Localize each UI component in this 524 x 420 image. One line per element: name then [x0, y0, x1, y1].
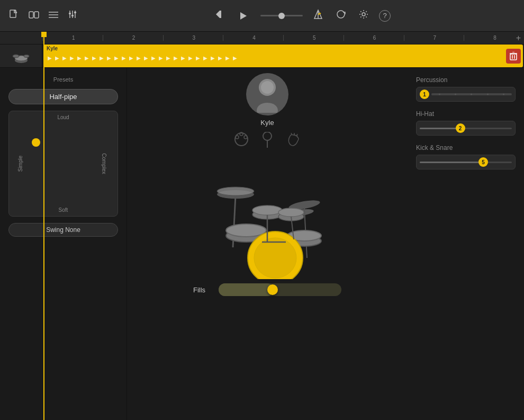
percussion-section: Percussion 1: [416, 76, 516, 102]
percussion-slider[interactable]: 1: [416, 87, 516, 102]
add-track-button[interactable]: +: [516, 33, 521, 43]
fills-slider-fill: [219, 283, 274, 296]
hihat-label: Hi-Hat: [416, 110, 516, 118]
track-area: Kyle ▶ ▶ ▶ ▶ ▶ ▶ ▶ ▶ ▶ ▶ ▶ ▶ ▶ ▶ ▶ ▶ ▶ ▶…: [0, 44, 524, 68]
pattern-marker: ▶: [144, 55, 148, 61]
svg-point-56: [278, 208, 304, 217]
pattern-marker: ▶: [174, 55, 178, 61]
pattern-marker: ▶: [129, 55, 133, 61]
center-panel: Kyle: [127, 68, 408, 420]
pattern-marker: ▶: [196, 55, 200, 61]
pattern-marker: ▶: [137, 55, 141, 61]
pattern-marker: ▶: [100, 55, 104, 61]
help-icon[interactable]: ?: [379, 10, 391, 22]
rewind-icon[interactable]: [213, 7, 227, 24]
svg-rect-1: [29, 12, 33, 18]
percussion-label: Percussion: [416, 76, 516, 84]
svg-rect-10: [71, 15, 74, 16]
pattern-marker: ▶: [225, 55, 230, 61]
pattern-marker: ▶: [233, 55, 237, 61]
ruler-mark-2: 2: [103, 35, 163, 41]
pad-label-complex: Complex: [101, 153, 107, 174]
complexity-volume-pad[interactable]: Loud Soft Simple Complex: [8, 111, 118, 217]
clap-icon[interactable]: [286, 132, 301, 147]
svg-point-33: [236, 136, 239, 139]
new-file-icon[interactable]: [6, 7, 21, 24]
kicksnare-section: Kick & Snare 5: [416, 144, 516, 169]
volume-slider[interactable]: [260, 15, 303, 16]
pattern-marker: ▶: [48, 55, 52, 61]
ruler-marks: 1 2 3 4 5 6 7 8: [42, 35, 524, 41]
swing-button[interactable]: Swing None: [8, 223, 118, 237]
pattern-marker: ▶: [62, 55, 67, 61]
drummer-name-label: Kyle: [260, 119, 274, 127]
svg-rect-9: [69, 13, 71, 14]
drum-kit-visual[interactable]: [193, 152, 341, 279]
svg-point-32: [235, 133, 248, 146]
pattern-marker: ▶: [151, 55, 156, 61]
playhead-top: [41, 32, 47, 37]
preset-button[interactable]: Half-pipe: [8, 89, 118, 104]
pattern-marker: ▶: [188, 55, 193, 61]
fills-label: Fills: [193, 286, 212, 294]
drummer-avatar[interactable]: [246, 73, 288, 115]
toolbar-left: [6, 7, 79, 24]
svg-point-52: [254, 238, 296, 278]
loop-icon[interactable]: [26, 8, 41, 23]
toolbar-center: ?: [86, 7, 518, 24]
list-icon[interactable]: [47, 8, 60, 23]
ruler-mark-1: 1: [42, 35, 103, 41]
svg-rect-24: [510, 54, 517, 60]
svg-rect-2: [34, 12, 39, 18]
track-header: [0, 44, 42, 67]
pattern-marker: ▶: [218, 55, 222, 61]
drum-kit-icon: [12, 48, 31, 65]
instrument-icons: [234, 132, 301, 148]
tambourine-icon[interactable]: [234, 132, 249, 147]
play-button[interactable]: [235, 7, 252, 24]
cycle-icon[interactable]: [333, 7, 348, 24]
fills-slider[interactable]: [219, 283, 341, 296]
ruler-mark-5: 5: [283, 35, 344, 41]
svg-rect-13: [220, 11, 221, 18]
pattern-marker: ▶: [122, 55, 126, 61]
track-name-label: Kyle: [47, 46, 58, 51]
percussion-slider-track: [431, 93, 512, 95]
pattern-marker: ▶: [114, 55, 119, 61]
drummer-section: Kyle: [246, 73, 288, 127]
track-content[interactable]: Kyle ▶ ▶ ▶ ▶ ▶ ▶ ▶ ▶ ▶ ▶ ▶ ▶ ▶ ▶ ▶ ▶ ▶ ▶…: [43, 44, 523, 67]
kicksnare-slider-knob: 5: [478, 157, 488, 167]
hihat-slider[interactable]: 2: [416, 121, 516, 136]
metronome-icon[interactable]: [311, 7, 325, 24]
svg-point-19: [362, 13, 365, 16]
pad-label-loud: Loud: [57, 114, 69, 120]
main-content: Presets Half-pipe Loud Soft Simple Compl…: [0, 68, 524, 420]
playhead[interactable]: [43, 32, 44, 420]
svg-point-31: [261, 81, 274, 94]
pattern-marker: ▶: [85, 55, 89, 61]
pad-position-dot: [32, 138, 40, 147]
delete-track-button[interactable]: [506, 49, 521, 64]
track-pattern: ▶ ▶ ▶ ▶ ▶ ▶ ▶ ▶ ▶ ▶ ▶ ▶ ▶ ▶ ▶ ▶ ▶ ▶ ▶ ▶ …: [43, 55, 523, 61]
left-panel: Presets Half-pipe Loud Soft Simple Compl…: [0, 68, 127, 420]
pattern-marker: ▶: [166, 55, 170, 61]
fills-slider-knob: [267, 284, 278, 295]
ruler-mark-4: 4: [223, 35, 283, 41]
svg-point-34: [244, 136, 247, 139]
timeline-ruler: 1 2 3 4 5 6 7 8 +: [0, 32, 524, 44]
ruler-mark-6: 6: [344, 35, 404, 41]
settings-icon[interactable]: [357, 7, 371, 24]
pattern-marker: ▶: [203, 55, 207, 61]
hihat-section: Hi-Hat 2: [416, 110, 516, 136]
svg-point-42: [217, 187, 254, 195]
svg-point-22: [13, 55, 19, 58]
mixer-icon[interactable]: [66, 7, 79, 24]
svg-point-23: [24, 55, 29, 57]
kicksnare-label: Kick & Snare: [416, 144, 516, 151]
kicksnare-slider[interactable]: 5: [416, 155, 516, 169]
svg-marker-12: [216, 11, 220, 18]
pad-label-simple: Simple: [17, 156, 23, 172]
hihat-slider-knob: 2: [456, 123, 465, 133]
maracas-icon[interactable]: [261, 132, 273, 148]
right-panel: Percussion 1 Hi-Hat: [408, 68, 524, 420]
